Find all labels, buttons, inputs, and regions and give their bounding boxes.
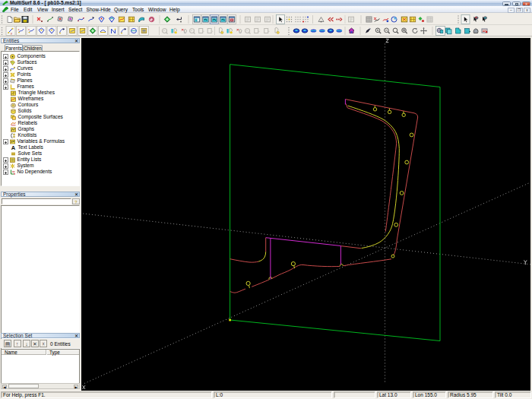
svg-text:x=: x=: [11, 140, 14, 144]
svg-text:A: A: [11, 145, 16, 150]
